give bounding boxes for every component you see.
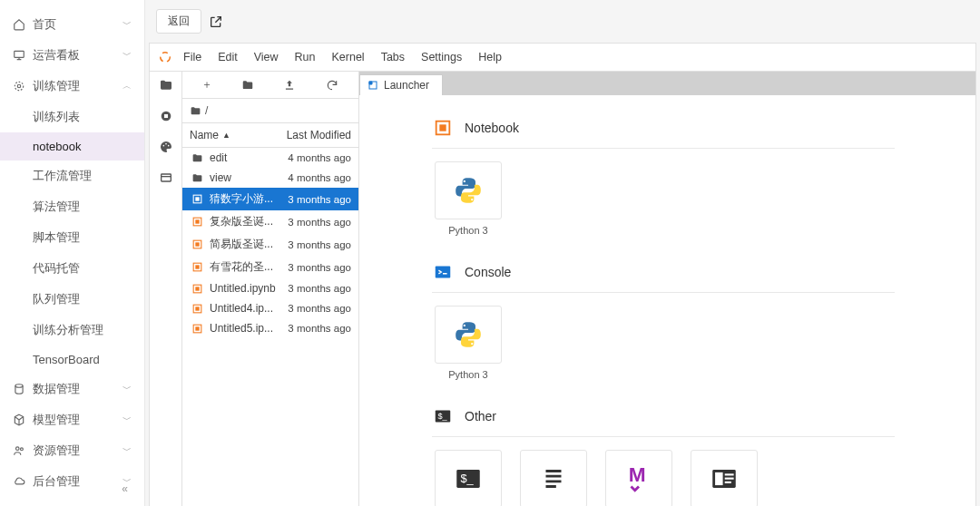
- cube-icon: [13, 414, 25, 426]
- sidebar-item-label: 运营看板: [33, 47, 122, 63]
- file-row[interactable]: 复杂版圣诞...3 months ago: [182, 210, 358, 233]
- markdown-icon: M: [605, 450, 672, 506]
- file-row[interactable]: Untitled5.ip...3 months ago: [182, 318, 358, 338]
- file-row[interactable]: edit4 months ago: [182, 148, 358, 168]
- folder-icon[interactable]: [158, 77, 174, 93]
- sidebar-item[interactable]: 用户管理﹀: [0, 497, 144, 506]
- svg-point-11: [165, 143, 167, 145]
- sidebar-item-label: 数据管理: [33, 381, 122, 397]
- breadcrumb[interactable]: /: [182, 99, 358, 123]
- launcher-section: ConsolePython 3: [432, 261, 957, 380]
- file-row[interactable]: 简易版圣诞...3 months ago: [182, 233, 358, 256]
- launcher-card[interactable]: Python 3: [432, 306, 505, 380]
- svg-rect-23: [195, 287, 199, 290]
- menu-run[interactable]: Run: [287, 45, 324, 69]
- textfile-icon: [520, 450, 587, 506]
- file-modified: 3 months ago: [288, 323, 351, 334]
- sidebar-sub-item[interactable]: 代码托管: [0, 253, 144, 284]
- file-row[interactable]: Untitled.ipynb3 months ago: [182, 278, 358, 298]
- file-name: Untitled.ipynb: [210, 282, 288, 295]
- sidebar-item[interactable]: 训练管理︿: [0, 71, 144, 102]
- file-name: view: [210, 171, 288, 184]
- launcher-card[interactable]: Text File: [517, 450, 590, 506]
- notebook-icon: [190, 238, 204, 250]
- svg-point-31: [464, 180, 466, 182]
- palette-icon[interactable]: [158, 139, 174, 155]
- svg-rect-13: [161, 174, 171, 181]
- gear-dot-icon: [13, 80, 25, 92]
- sidebar-item[interactable]: 数据管理﹀: [0, 374, 144, 404]
- menu-kernel[interactable]: Kernel: [324, 45, 373, 69]
- menu-settings[interactable]: Settings: [413, 45, 470, 69]
- sidebar-sub-item[interactable]: 算法管理: [0, 191, 144, 222]
- launcher-panel: Launcher NotebookPython 3ConsolePython 3…: [359, 72, 975, 506]
- collapse-sidebar-icon[interactable]: «: [122, 482, 128, 495]
- sidebar-sub-item[interactable]: 脚本管理: [0, 222, 144, 253]
- sidebar-item[interactable]: 资源管理﹀: [0, 435, 144, 466]
- file-modified: 3 months ago: [288, 303, 351, 314]
- file-name: edit: [210, 151, 288, 164]
- file-row[interactable]: Untitled4.ip...3 months ago: [182, 298, 358, 318]
- sidebar-sub-item[interactable]: 队列管理: [0, 284, 144, 315]
- file-row[interactable]: 猜数字小游...3 months ago: [182, 188, 358, 210]
- jupyter-logo-icon: [155, 44, 175, 71]
- svg-point-34: [464, 325, 466, 326]
- launcher-card[interactable]: MMarkdown File: [603, 450, 675, 506]
- menu-view[interactable]: View: [246, 45, 287, 69]
- svg-rect-27: [195, 326, 199, 330]
- new-launcher-icon[interactable]: ＋: [199, 77, 215, 92]
- console-icon: [432, 261, 454, 283]
- file-row[interactable]: view4 months ago: [182, 168, 358, 188]
- svg-rect-9: [164, 114, 168, 118]
- notebook-icon: [432, 117, 454, 139]
- launcher-card[interactable]: Contextual Help: [688, 450, 760, 506]
- chevron-down-icon: ﹀: [122, 414, 132, 426]
- open-external-icon[interactable]: [209, 15, 223, 29]
- file-modified: 3 months ago: [288, 194, 351, 205]
- sidebar-item-label: 资源管理: [33, 443, 122, 459]
- sidebar-item[interactable]: 模型管理﹀: [0, 404, 144, 435]
- svg-point-4: [16, 447, 20, 451]
- menu-edit[interactable]: Edit: [210, 45, 246, 69]
- svg-rect-44: [725, 478, 734, 480]
- tab-launcher[interactable]: Launcher: [359, 74, 443, 95]
- new-folder-icon[interactable]: [241, 79, 258, 92]
- launcher-card[interactable]: Python 3: [432, 161, 505, 236]
- sidebar-item[interactable]: 首页﹀: [0, 9, 144, 40]
- refresh-icon[interactable]: [326, 79, 342, 92]
- back-button[interactable]: 返回: [156, 9, 201, 34]
- sidebar-item-label: 首页: [33, 16, 122, 33]
- svg-rect-19: [195, 242, 199, 246]
- menu-file[interactable]: File: [175, 45, 210, 69]
- file-modified: 4 months ago: [288, 152, 351, 163]
- launcher-card[interactable]: $_Terminal: [432, 450, 505, 506]
- card-label: Python 3: [448, 369, 487, 380]
- upload-icon[interactable]: [283, 79, 299, 92]
- notebook-icon: [190, 261, 204, 273]
- section-title: Notebook: [465, 121, 519, 135]
- svg-rect-45: [725, 482, 731, 483]
- card-label: Python 3: [448, 225, 487, 236]
- top-toolbar: 返回: [145, 0, 980, 43]
- sidebar-sub-item[interactable]: 工作流管理: [0, 161, 144, 191]
- sidebar-item[interactable]: 运营看板﹀: [0, 40, 144, 71]
- chevron-down-icon: ﹀: [122, 383, 132, 395]
- menu-tabs[interactable]: Tabs: [373, 45, 413, 69]
- column-modified[interactable]: Last Modified: [287, 129, 351, 141]
- menu-help[interactable]: Help: [470, 45, 510, 69]
- svg-text:$_: $_: [461, 472, 475, 485]
- file-row[interactable]: 有雪花的圣...3 months ago: [182, 256, 358, 278]
- running-icon[interactable]: [158, 108, 174, 124]
- section-title: Other: [465, 409, 496, 423]
- tabs-icon[interactable]: [158, 170, 174, 186]
- svg-rect-21: [195, 265, 199, 268]
- sidebar-sub-item[interactable]: TensorBoard: [0, 345, 144, 374]
- sidebar-sub-item[interactable]: notebook: [0, 132, 144, 161]
- column-name[interactable]: Name ▲: [190, 129, 287, 141]
- folder-icon: [190, 152, 204, 164]
- sidebar-sub-item[interactable]: 训练列表: [0, 102, 144, 132]
- notebook-icon: [190, 283, 204, 295]
- data-icon: [13, 383, 25, 395]
- chevron-up-icon: ︿: [122, 80, 132, 92]
- sidebar-sub-item[interactable]: 训练分析管理: [0, 315, 144, 345]
